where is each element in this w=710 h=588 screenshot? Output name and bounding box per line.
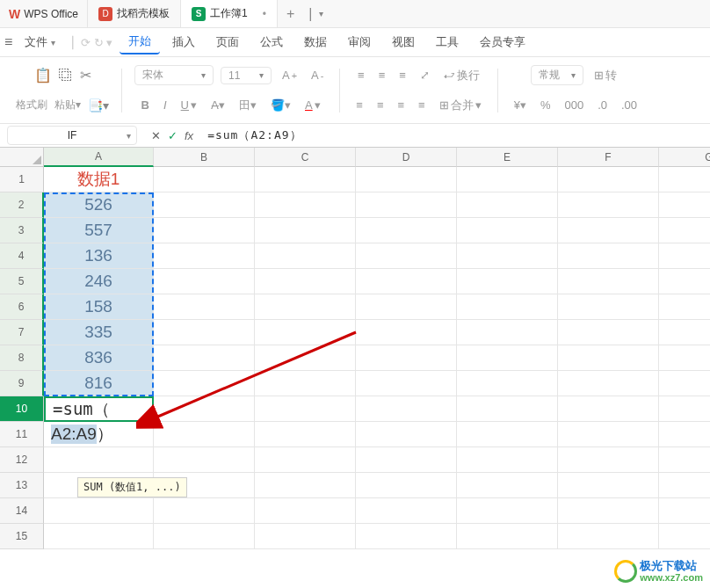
align-left-button[interactable]: ≡ xyxy=(352,97,366,113)
cell[interactable] xyxy=(558,243,659,269)
cell-a5[interactable]: 246 xyxy=(44,269,154,294)
cell[interactable] xyxy=(44,524,154,549)
menu-formula[interactable]: 公式 xyxy=(251,31,292,54)
cell[interactable] xyxy=(356,498,457,524)
cell[interactable] xyxy=(558,498,659,524)
row-header[interactable]: 13 xyxy=(0,473,44,498)
cell[interactable] xyxy=(659,498,710,524)
cell[interactable] xyxy=(659,243,710,269)
cell[interactable] xyxy=(356,396,457,422)
size-select[interactable]: 11▾ xyxy=(221,67,272,84)
cell[interactable] xyxy=(558,269,659,294)
col-header-g[interactable]: G xyxy=(659,148,710,167)
cell-a7[interactable]: 335 xyxy=(44,320,154,345)
paste-icon[interactable]: 📋 xyxy=(34,67,52,83)
currency-button[interactable]: ¥▾ xyxy=(511,97,530,113)
wrap-button[interactable]: ⮐ 换行 xyxy=(440,66,483,85)
cell[interactable] xyxy=(659,269,710,294)
cell[interactable] xyxy=(356,294,457,320)
increase-decimal-button[interactable]: .00 xyxy=(618,97,641,113)
cell[interactable] xyxy=(457,192,558,218)
cell[interactable] xyxy=(154,422,255,447)
cell[interactable] xyxy=(356,243,457,269)
cell[interactable] xyxy=(255,498,356,524)
tab-workbook[interactable]: S 工作簿1 • xyxy=(181,0,278,27)
merge-button[interactable]: ⊞ 合并▾ xyxy=(436,96,485,115)
cell[interactable] xyxy=(255,167,356,192)
cell[interactable] xyxy=(457,294,558,320)
align-right-button[interactable]: ≡ xyxy=(394,97,408,113)
cell[interactable] xyxy=(558,371,659,396)
cell[interactable] xyxy=(154,371,255,396)
cell[interactable] xyxy=(255,192,356,218)
cell[interactable] xyxy=(356,473,457,498)
col-header-b[interactable]: B xyxy=(154,148,255,167)
align-center-button[interactable]: ≡ xyxy=(373,97,388,113)
cell[interactable] xyxy=(356,422,457,447)
row-header[interactable]: 6 xyxy=(0,294,44,320)
row-header[interactable]: 7 xyxy=(0,320,44,345)
cell[interactable] xyxy=(659,422,710,447)
cell[interactable] xyxy=(154,396,255,422)
align-middle-button[interactable]: ≡ xyxy=(375,67,389,83)
cell[interactable] xyxy=(154,294,255,320)
cell[interactable] xyxy=(659,320,710,345)
cell[interactable] xyxy=(659,218,710,243)
font-color-button[interactable]: A▾ xyxy=(301,97,324,113)
strikethrough-button[interactable]: A̶▾ xyxy=(207,97,228,113)
cell[interactable] xyxy=(558,396,659,422)
row-header[interactable]: 3 xyxy=(0,218,44,243)
cell[interactable] xyxy=(356,192,457,218)
cell[interactable] xyxy=(457,269,558,294)
cell[interactable] xyxy=(457,320,558,345)
menu-review[interactable]: 审阅 xyxy=(339,31,380,54)
cell[interactable] xyxy=(558,167,659,192)
cell[interactable] xyxy=(558,447,659,473)
row-header[interactable]: 11 xyxy=(0,422,44,447)
cell-a11[interactable]: A2:A9） xyxy=(44,422,154,447)
cell[interactable] xyxy=(558,422,659,447)
cell[interactable] xyxy=(255,243,356,269)
cell[interactable] xyxy=(457,524,558,549)
cell[interactable] xyxy=(659,192,710,218)
row-header[interactable]: 10 xyxy=(0,396,44,422)
col-header-d[interactable]: D xyxy=(356,148,457,167)
col-header-a[interactable]: A xyxy=(44,148,154,167)
menu-tools[interactable]: 工具 xyxy=(427,31,467,54)
menu-start[interactable]: 开始 xyxy=(120,30,160,54)
cell-a8[interactable]: 836 xyxy=(44,345,154,371)
cell[interactable] xyxy=(558,294,659,320)
cell[interactable] xyxy=(255,320,356,345)
cell[interactable] xyxy=(356,371,457,396)
menu-page[interactable]: 页面 xyxy=(207,31,248,54)
formula-input[interactable]: =sum（A2:A9） xyxy=(200,127,710,143)
cell[interactable] xyxy=(558,473,659,498)
indent-button[interactable]: ≡ xyxy=(415,97,429,113)
align-top-button[interactable]: ≡ xyxy=(354,67,368,83)
cancel-formula-button[interactable]: ✕ xyxy=(151,129,161,142)
cell[interactable] xyxy=(457,243,558,269)
menu-view[interactable]: 视图 xyxy=(383,31,424,54)
row-header[interactable]: 5 xyxy=(0,269,44,294)
bold-button[interactable]: B xyxy=(138,97,153,113)
cell[interactable] xyxy=(659,396,710,422)
cell[interactable] xyxy=(457,473,558,498)
cell-a6[interactable]: 158 xyxy=(44,294,154,320)
cell[interactable] xyxy=(154,524,255,549)
row-header[interactable]: 2 xyxy=(0,192,44,218)
cell[interactable] xyxy=(457,345,558,371)
menu-data[interactable]: 数据 xyxy=(295,31,336,54)
cell[interactable] xyxy=(457,218,558,243)
cell[interactable] xyxy=(659,371,710,396)
row-header[interactable]: 9 xyxy=(0,371,44,396)
cell[interactable] xyxy=(255,524,356,549)
cell[interactable] xyxy=(558,192,659,218)
comma-button[interactable]: 000 xyxy=(561,97,587,113)
cell[interactable] xyxy=(154,320,255,345)
row-header[interactable]: 8 xyxy=(0,345,44,371)
tab-menu-caret[interactable]: ▾ xyxy=(319,9,323,18)
row-header[interactable]: 4 xyxy=(0,243,44,269)
cell[interactable] xyxy=(457,498,558,524)
row-header[interactable]: 15 xyxy=(0,524,44,549)
cell[interactable] xyxy=(457,396,558,422)
